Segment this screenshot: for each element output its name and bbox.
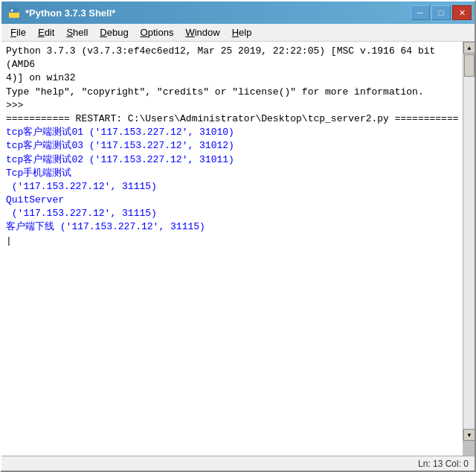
shell-line-4: >>>: [6, 99, 460, 112]
main-window: *Python 3.7.3 Shell* ─ □ ✕ File Edit She…: [0, 0, 476, 472]
scroll-up-button[interactable]: ▲: [463, 42, 475, 54]
minimize-button[interactable]: ─: [411, 5, 430, 20]
menu-help[interactable]: Help: [226, 25, 258, 39]
scroll-down-button[interactable]: ▼: [463, 429, 475, 441]
shell-cursor-line: [6, 235, 460, 248]
menu-edit[interactable]: Edit: [32, 25, 60, 39]
title-buttons: ─ □ ✕: [411, 5, 472, 20]
menu-bar: File Edit Shell Debug Options Window Hel…: [1, 24, 475, 42]
svg-point-2: [11, 10, 13, 12]
shell-line-3: Type "help", "copyright", "credits" or "…: [6, 86, 460, 99]
shell-line-9: Tcp手机端测试: [6, 167, 460, 180]
menu-file[interactable]: File: [4, 25, 32, 39]
scroll-track[interactable]: [463, 54, 475, 429]
menu-options[interactable]: Options: [135, 25, 180, 39]
title-bar-left: *Python 3.7.3 Shell*: [7, 6, 115, 19]
python-icon: [7, 6, 21, 19]
window-title: *Python 3.7.3 Shell*: [25, 7, 115, 19]
shell-line-7: tcp客户端测试03 ('117.153.227.12', 31012): [6, 139, 460, 153]
shell-line-12: ('117.153.227.12', 31115): [6, 207, 460, 220]
status-text: Ln: 13 Col: 0: [418, 459, 469, 469]
scrollbar-vertical[interactable]: ▲ ▼: [463, 42, 475, 441]
menu-debug[interactable]: Debug: [94, 25, 134, 39]
shell-line-5: =========== RESTART: C:\Users\Administra…: [6, 112, 460, 126]
shell-line-8: tcp客户端测试02 ('117.153.227.12', 31011): [6, 153, 460, 167]
shell-line-13: 客户端下线 ('117.153.227.12', 31115): [6, 220, 460, 234]
shell-output[interactable]: Python 3.7.3 (v3.7.3:ef4ec6ed12, Mar 25 …: [1, 42, 463, 456]
menu-shell[interactable]: Shell: [60, 25, 94, 39]
shell-line-2: 4)] on win32: [6, 71, 460, 85]
shell-line-6: tcp客户端测试01 ('117.153.227.12', 31010): [6, 126, 460, 139]
maximize-button[interactable]: □: [431, 5, 451, 20]
menu-window[interactable]: Window: [179, 25, 225, 39]
title-bar: *Python 3.7.3 Shell* ─ □ ✕: [1, 1, 475, 24]
shell-line-10: ('117.153.227.12', 31115): [6, 180, 460, 194]
close-button[interactable]: ✕: [452, 5, 472, 20]
status-bar: Ln: 13 Col: 0: [1, 456, 475, 471]
svg-rect-1: [9, 7, 19, 13]
shell-line-1: Python 3.7.3 (v3.7.3:ef4ec6ed12, Mar 25 …: [6, 45, 460, 71]
scroll-thumb[interactable]: [464, 54, 475, 77]
shell-wrapper: Python 3.7.3 (v3.7.3:ef4ec6ed12, Mar 25 …: [1, 42, 475, 456]
shell-line-11: QuitServer: [6, 194, 460, 207]
